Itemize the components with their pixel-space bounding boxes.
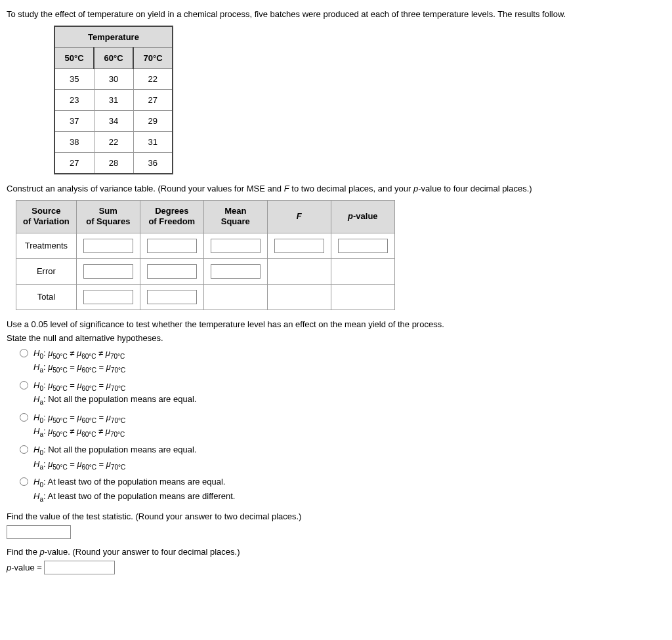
option-2-ha: Ha: Not all the population means are equ… [33,393,196,407]
option-5-radio[interactable] [20,477,28,486]
table-row: 23 31 27 [54,90,173,111]
table-row: 35 30 22 [54,69,173,90]
error-df-input[interactable] [147,264,197,279]
pvalue-label: p-value = [7,563,44,572]
temperature-table: Temperature 50°C 60°C 70°C 35 30 22 23 3… [54,26,173,174]
error-ms-input[interactable] [211,264,261,279]
anova-header-df: Degreesof Freedom [140,201,203,233]
option-2[interactable]: H0: μ50°C = μ60°C = μ70°C Ha: Not all th… [20,379,665,407]
hypothesis-options: H0: μ50°C ≠ μ60°C ≠ μ70°C Ha: μ50°C = μ6… [20,347,665,504]
anova-header-f: F [267,201,331,233]
anova-header-p: p-value [331,201,394,233]
treatments-f-input[interactable] [274,239,324,253]
anova-instructions: Construct an analysis of variance table.… [7,184,665,193]
option-3[interactable]: H0: μ50°C = μ60°C = μ70°C Ha: μ50°C ≠ μ6… [20,411,665,439]
anova-row-error: Error [16,258,395,284]
anova-header-source: Sourceof Variation [16,201,77,233]
pvalue-input[interactable] [44,561,115,574]
total-df-input[interactable] [147,290,197,304]
total-ss-input[interactable] [83,290,133,304]
option-1-ha: Ha: μ50°C = μ60°C = μ70°C [33,361,125,375]
option-3-radio[interactable] [20,413,28,422]
pvalue-row: p-value = [7,561,665,574]
col-70c: 70°C [133,48,173,69]
option-3-h0: H0: μ50°C = μ60°C = μ70°C [33,411,125,426]
test-statistic-input[interactable] [7,525,71,539]
option-1-h0: H0: μ50°C ≠ μ60°C ≠ μ70°C [33,347,125,361]
option-4-radio[interactable] [20,445,28,454]
find-test-stat-text: Find the value of the test statistic. (R… [7,511,665,521]
intro-text: To study the effect of temperature on yi… [7,9,665,19]
treatments-ms-input[interactable] [211,239,261,253]
treatments-ss-input[interactable] [83,239,133,253]
option-1[interactable]: H0: μ50°C ≠ μ60°C ≠ μ70°C Ha: μ50°C = μ6… [20,347,665,375]
option-4[interactable]: H0: Not all the population means are equ… [20,443,665,471]
anova-row-total: Total [16,284,395,310]
find-pvalue-text: Find the p-value. (Round your answer to … [7,547,665,557]
temp-group-header: Temperature [54,26,173,48]
option-2-h0: H0: μ50°C = μ60°C = μ70°C [33,379,196,393]
treatments-p-input[interactable] [338,239,388,253]
error-ss-input[interactable] [83,264,133,279]
anova-row-treatments: Treatments [16,233,395,258]
option-2-radio[interactable] [20,381,28,390]
option-5[interactable]: H0: At least two of the population means… [20,475,665,504]
table-row: 38 22 31 [54,132,173,153]
anova-label-treatments: Treatments [16,233,77,258]
state-hypotheses-text: State the null and alternative hypothese… [7,333,665,343]
significance-test-text: Use a 0.05 level of significance to test… [7,319,665,329]
anova-header-ss: Sumof Squares [76,201,140,233]
option-5-h0: H0: At least two of the population means… [33,475,235,490]
option-5-ha: Ha: At least two of the population means… [33,490,235,504]
anova-header-ms: MeanSquare [203,201,267,233]
table-row: 27 28 36 [54,153,173,174]
anova-table: Sourceof Variation Sumof Squares Degrees… [16,200,395,310]
treatments-df-input[interactable] [147,239,197,253]
option-3-ha: Ha: μ50°C ≠ μ60°C ≠ μ70°C [33,425,125,439]
option-4-h0: H0: Not all the population means are equ… [33,443,196,458]
col-50c: 50°C [54,48,94,69]
option-1-radio[interactable] [20,349,28,357]
table-row: 37 34 29 [54,111,173,132]
anova-label-error: Error [16,258,77,284]
anova-label-total: Total [16,284,77,310]
option-4-ha: Ha: μ50°C = μ60°C = μ70°C [33,458,196,472]
col-60c: 60°C [94,48,133,69]
